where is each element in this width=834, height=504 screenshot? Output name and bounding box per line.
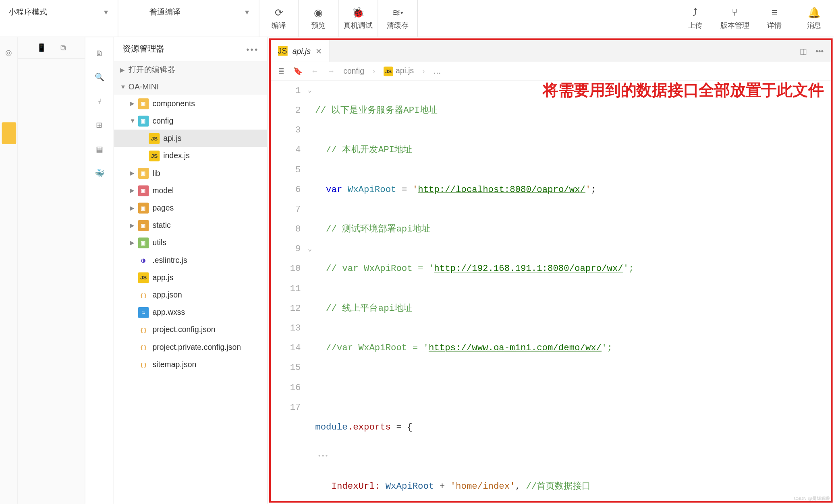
mode-select-label: 小程序模式	[8, 6, 48, 17]
caret-down-icon: ▼	[103, 8, 109, 16]
caret-down-icon: ▼	[244, 8, 250, 16]
message-button[interactable]: 🔔 消息	[794, 0, 834, 37]
watermark: CSDN @是辉辉啦	[794, 496, 830, 502]
explorer-title: 资源管理器	[122, 44, 164, 55]
extensions-icon[interactable]: ⊞	[91, 116, 108, 133]
chevron-right-icon: ›	[422, 66, 425, 75]
refresh-icon: ⟳	[275, 6, 283, 19]
breadcrumb: ≣ 🔖 ← → config › JSapi.js › … 将需要用到的数据接口…	[271, 62, 831, 81]
tree-file-project-private[interactable]: { }project.private.config.json	[114, 338, 267, 355]
mode-select[interactable]: 小程序模式 ▼	[0, 0, 118, 24]
crumb-more: …	[433, 66, 441, 75]
activity-bar: 🗎 🔍 ⑂ ⊞ ▦ 🐳	[85, 37, 114, 504]
tree-file-project-config[interactable]: { }project.config.json	[114, 321, 267, 338]
window-icon[interactable]: ⧉	[60, 43, 66, 53]
detail-button[interactable]: ≡ 详情	[755, 0, 794, 37]
js-icon: JS	[384, 66, 393, 76]
run-icon[interactable]: ▦	[91, 140, 108, 157]
split-icon[interactable]: ◫	[800, 46, 807, 55]
fold-gutter: ⌄⌄	[304, 81, 315, 501]
device-preview-thumb	[2, 122, 16, 144]
upload-button[interactable]: ⤴ 上传	[675, 0, 715, 37]
tree-folder-components[interactable]: ▶▣components	[114, 95, 267, 112]
record-icon[interactable]: ◎	[3, 46, 15, 58]
bookmark-icon[interactable]: 🔖	[293, 66, 303, 75]
phone-icon[interactable]: 📱	[37, 43, 46, 52]
version-button[interactable]: ⑂ 版本管理	[715, 0, 755, 37]
layers-icon: ≋▾	[392, 6, 403, 19]
bell-icon: 🔔	[808, 6, 820, 19]
crumb-file[interactable]: api.js	[396, 66, 414, 75]
tree-folder-pages[interactable]: ▶▣pages	[114, 199, 267, 217]
search-icon[interactable]: 🔍	[91, 68, 108, 85]
tree-file-app-js[interactable]: JSapp.js	[114, 269, 267, 286]
docker-icon[interactable]: 🐳	[91, 164, 108, 181]
editor-tab-api-js[interactable]: JS api.js ✕	[271, 40, 330, 62]
crumb-folder[interactable]: config	[343, 66, 364, 75]
device-column: 📱 ⧉	[18, 37, 85, 504]
files-icon[interactable]: 🗎	[91, 44, 108, 61]
preview-button[interactable]: ◉ 预览	[299, 0, 338, 37]
cache-button[interactable]: ≋▾ 清缓存	[378, 0, 418, 37]
explorer-panel: 资源管理器 ••• ▶ 打开的编辑器 ▼ OA-MINI ▶▣component…	[114, 37, 268, 504]
bug-icon: 🐞	[352, 6, 364, 19]
nav-fwd-icon[interactable]: →	[327, 66, 335, 75]
left-rail: ◎	[0, 37, 18, 504]
tree-folder-model[interactable]: ▶▣model	[114, 182, 267, 199]
tab-label: api.js	[293, 46, 311, 55]
compile-select-label: 普通编译	[149, 6, 180, 17]
tree-file-app-json[interactable]: { }app.json	[114, 286, 267, 304]
tree-folder-config[interactable]: ▼▣config	[114, 112, 267, 130]
compile-button[interactable]: ⟳ 编译	[259, 0, 299, 37]
editor-panel: JS api.js ✕ ◫ ••• ≣ 🔖 ← → config › JSapi…	[269, 38, 833, 502]
more-icon[interactable]: •••	[815, 46, 824, 55]
code-lines: // 以下是业务服务器API地址 // 本机开发API地址 var WxApiR…	[315, 81, 831, 501]
upload-icon: ⤴	[693, 6, 698, 19]
branch-icon: ⑂	[732, 6, 738, 19]
chevron-right-icon: ▶	[120, 66, 129, 73]
debug-button[interactable]: 🐞 真机调试	[338, 0, 378, 37]
annotation-overlay: 将需要用到的数据接口全部放置于此文件	[543, 80, 824, 101]
tree-file-eslintrc[interactable]: ◑.eslintrc.js	[114, 251, 267, 269]
tree-folder-lib[interactable]: ▶▣lib	[114, 164, 267, 182]
chevron-right-icon: ›	[373, 66, 375, 75]
open-editors-section[interactable]: ▶ 打开的编辑器	[114, 61, 267, 78]
tree-file-api-js[interactable]: JSapi.js	[114, 130, 267, 147]
list-icon[interactable]: ≣	[278, 66, 284, 75]
chevron-down-icon: ▼	[120, 83, 129, 89]
menu-icon: ≡	[772, 6, 778, 19]
tree-folder-utils[interactable]: ▶▣utils	[114, 234, 267, 251]
file-tree: ▶▣components ▼▣config JSapi.js JSindex.j…	[114, 95, 267, 504]
js-icon: JS	[278, 46, 288, 56]
git-icon[interactable]: ⑂	[91, 92, 108, 109]
eye-icon: ◉	[314, 6, 323, 19]
more-icon[interactable]: •••	[246, 44, 259, 54]
project-section[interactable]: ▼ OA-MINI	[114, 78, 267, 95]
tree-folder-static[interactable]: ▶▣static	[114, 217, 267, 234]
line-gutter: 1234567891011121314151617	[271, 81, 304, 501]
nav-back-icon[interactable]: ←	[311, 66, 319, 75]
tree-file-sitemap[interactable]: { }sitemap.json	[114, 356, 267, 373]
compile-select[interactable]: 普通编译 ▼	[141, 0, 259, 24]
tree-file-app-wxss[interactable]: ≈app.wxss	[114, 304, 267, 321]
top-toolbar: 小程序模式 ▼ 普通编译 ▼ ⟳ 编译 ◉ 预览 🐞 真机调试 ≋▾ 清缓存 ⤴…	[0, 0, 834, 37]
close-icon[interactable]: ✕	[315, 46, 322, 55]
tree-file-index-js[interactable]: JSindex.js	[114, 147, 267, 164]
editor-tabbar: JS api.js ✕ ◫ •••	[271, 40, 831, 62]
code-editor[interactable]: 1234567891011121314151617 ⌄⌄ // 以下是业务服务器…	[271, 81, 831, 501]
